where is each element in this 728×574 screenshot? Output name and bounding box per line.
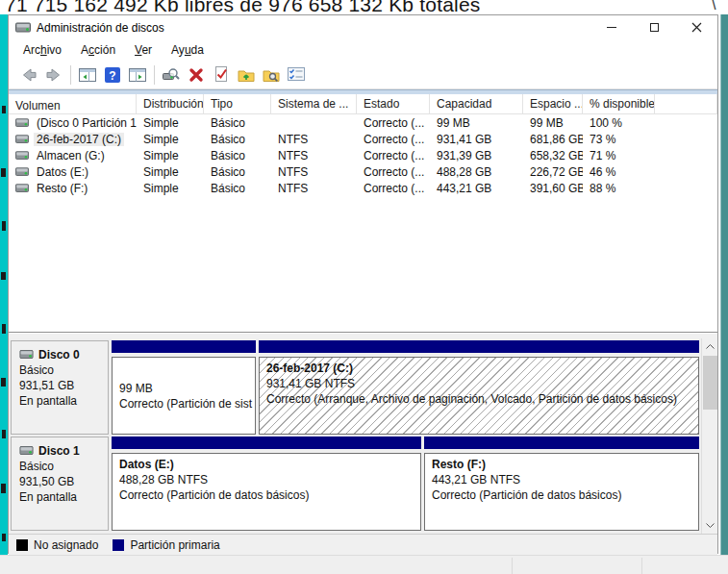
disk-type: Básico — [19, 459, 108, 474]
table-row[interactable]: Almacen (G:) Simple Básico NTFS Correcto… — [9, 147, 717, 163]
partition-color-bar — [259, 340, 699, 353]
partition-size: 443,21 GB NTFS — [432, 472, 691, 487]
menu-bar: Archivo Acción Ver Ayuda — [9, 39, 717, 61]
folder-magnifier-icon — [262, 66, 281, 84]
table-row[interactable]: 26-feb-2017 (C:) Simple Básico NTFS Corr… — [9, 131, 717, 147]
partition-disk0-system[interactable]: 99 MB Correcto (Partición de sist — [112, 340, 256, 435]
partition-size: 488,28 GB NTFS — [119, 472, 414, 487]
graphical-view: Disco 0 Básico 931,51 GB En pantalla 99 … — [9, 338, 717, 534]
column-filler — [655, 94, 717, 113]
explore-folder-button[interactable] — [259, 63, 284, 87]
partition-size: 931,41 GB NTFS — [266, 376, 691, 391]
menu-archivo[interactable]: Archivo — [13, 41, 71, 59]
volume-name: Datos (E:) — [34, 165, 91, 179]
forward-button[interactable] — [41, 63, 66, 87]
scroll-up-button[interactable] — [702, 338, 718, 355]
column-volumen[interactable]: Volumen — [9, 94, 137, 113]
folder-up-button[interactable] — [234, 63, 259, 87]
toolbar-separator — [70, 65, 71, 85]
disk-icon — [19, 443, 34, 459]
primary-partition-color-swatch — [113, 539, 124, 551]
folder-up-arrow-icon — [237, 66, 256, 84]
partition-disk1-e[interactable]: Datos (E:) 488,28 GB NTFS Correcto (Part… — [112, 437, 421, 531]
partition-disk1-f[interactable]: Resto (F:) 443,21 GB NTFS Correcto (Part… — [424, 437, 699, 531]
vertical-scrollbar[interactable] — [701, 338, 717, 534]
volume-icon — [15, 135, 29, 143]
background-backslash-mark: \ — [712, 0, 715, 13]
column-espacio[interactable]: Espacio ... — [523, 94, 583, 113]
column-tipo[interactable]: Tipo — [204, 94, 271, 113]
maximize-icon — [650, 23, 659, 32]
scroll-down-button[interactable] — [702, 517, 718, 534]
disk-size: 931,51 GB — [19, 378, 108, 393]
minimize-icon — [607, 27, 616, 28]
partition-color-bar — [112, 437, 421, 449]
document-check-icon — [213, 65, 230, 84]
table-row[interactable]: Resto (F:) Simple Básico NTFS Correcto (… — [9, 180, 717, 196]
partition-status: Correcto (Arranque, Archivo de paginació… — [266, 391, 691, 407]
rescan-disks-button[interactable] — [159, 63, 184, 87]
legend-primary-partition: Partición primaria — [113, 538, 219, 552]
volume-name: Almacen (G:) — [34, 149, 108, 162]
volume-name: Resto (F:) — [34, 182, 90, 195]
title-bar[interactable]: Administración de discos — [9, 15, 717, 39]
column-disponible[interactable]: % disponible — [583, 94, 655, 113]
back-button[interactable] — [16, 63, 41, 87]
column-capacidad[interactable]: Capacidad — [430, 94, 523, 113]
disk-management-app-icon — [15, 22, 31, 33]
check-document-button[interactable] — [209, 63, 234, 87]
disk-management-window: Administración de discos Archivo Acción … — [8, 14, 718, 554]
delete-button[interactable] — [184, 63, 209, 87]
properties-button[interactable] — [284, 63, 309, 87]
console-tree-pane-icon — [78, 66, 97, 84]
disk-0-label[interactable]: Disco 0 Básico 931,51 GB En pantalla — [11, 340, 109, 435]
disk-status: En pantalla — [19, 393, 108, 409]
disk-size: 931,50 GB — [19, 474, 108, 489]
partition-status: Correcto (Partición de datos básicos) — [119, 487, 414, 503]
volume-icon — [15, 184, 29, 192]
volume-name: (Disco 0 Partición 1) — [34, 116, 137, 130]
toolbar: ? — [9, 61, 717, 89]
column-estado[interactable]: Estado — [357, 94, 430, 113]
background-left-strip — [0, 14, 8, 574]
disk-status: En pantalla — [19, 489, 108, 505]
magnifier-drive-icon — [162, 66, 181, 84]
menu-ayuda[interactable]: Ayuda — [162, 41, 213, 59]
disk-icon — [19, 347, 34, 362]
disk-1-block: Disco 1 Básico 931,50 GB En pantalla Dat… — [11, 437, 699, 531]
partition-name: Resto (F:) — [432, 457, 691, 472]
legend-unallocated: No asignado — [16, 538, 98, 552]
maximize-button[interactable] — [633, 15, 675, 39]
volume-list: Volumen Distribución Tipo Sistema de ...… — [9, 94, 717, 332]
close-button[interactable] — [675, 15, 717, 39]
background-statusbar — [0, 555, 728, 574]
show-console-tree-button[interactable] — [75, 63, 100, 87]
help-icon: ? — [104, 66, 121, 84]
column-distribucion[interactable]: Distribución — [137, 94, 204, 113]
partition-status: Correcto (Partición de datos básicos) — [432, 487, 691, 503]
show-action-pane-button[interactable] — [125, 63, 150, 87]
partition-status: Correcto (Partición de sist — [119, 396, 248, 412]
table-row[interactable]: Datos (E:) Simple Básico NTFS Correcto (… — [9, 163, 717, 180]
table-row[interactable]: (Disco 0 Partición 1) Simple Básico Corr… — [9, 114, 717, 131]
action-pane-icon — [128, 66, 147, 84]
disk-1-label[interactable]: Disco 1 Básico 931,50 GB En pantalla — [11, 437, 109, 531]
partition-name: 26-feb-2017 (C:) — [266, 361, 691, 376]
scrollbar-thumb[interactable] — [703, 356, 717, 410]
menu-accion[interactable]: Acción — [71, 41, 125, 59]
volume-icon — [15, 151, 29, 160]
column-sistema[interactable]: Sistema de ... — [271, 94, 357, 113]
scroll-up-icon — [706, 344, 715, 349]
minimize-button[interactable] — [590, 15, 633, 39]
volume-name: 26-feb-2017 (C:) — [34, 133, 124, 146]
menu-ver[interactable]: Ver — [125, 41, 162, 59]
close-icon — [691, 22, 702, 33]
screenshot-root: 71 715 162 492 Kb libres de 976 658 132 … — [0, 0, 728, 574]
back-arrow-icon — [19, 65, 38, 85]
pane-splitter[interactable] — [9, 332, 717, 338]
disk-0-block: Disco 0 Básico 931,51 GB En pantalla 99 … — [11, 340, 699, 435]
help-button[interactable]: ? — [100, 63, 125, 87]
disk-type: Básico — [19, 362, 108, 378]
checklist-icon — [287, 66, 306, 83]
partition-disk0-c[interactable]: 26-feb-2017 (C:) 931,41 GB NTFS Correcto… — [259, 340, 699, 435]
